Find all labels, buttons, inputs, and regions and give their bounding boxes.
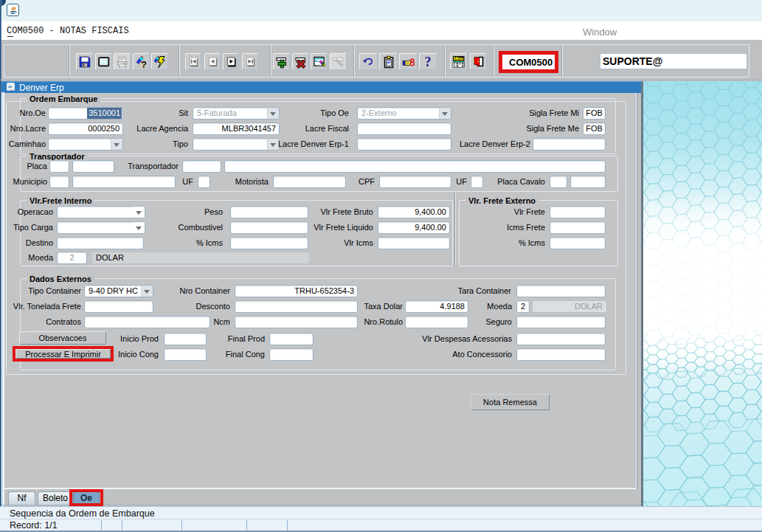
svg-text:?: ? — [425, 55, 432, 69]
svg-text:Menu: Menu — [454, 56, 464, 61]
svg-text:?: ? — [141, 59, 147, 69]
